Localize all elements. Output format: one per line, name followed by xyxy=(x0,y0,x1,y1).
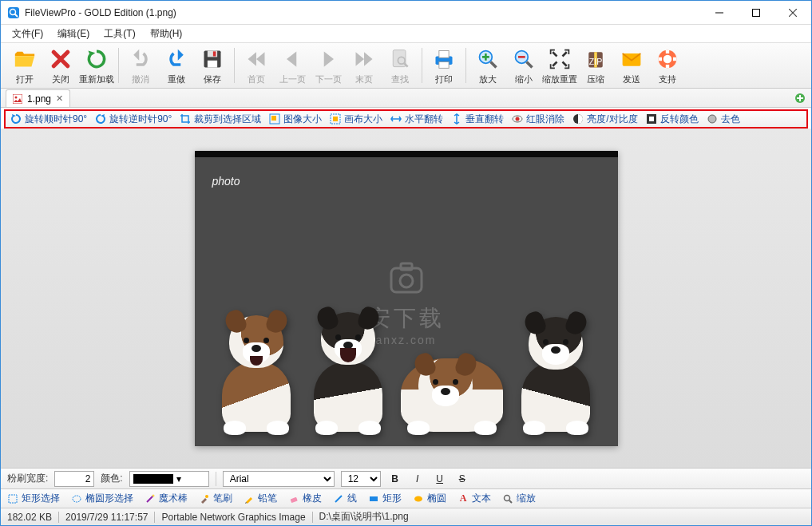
format-bar: 粉刷宽度: 颜色: ▾ Arial 12 B I U S xyxy=(1,468,811,488)
image-size-icon xyxy=(269,113,280,125)
folder-icon xyxy=(12,46,38,72)
crop-icon xyxy=(180,113,191,125)
zoom-out-button[interactable]: 缩小 xyxy=(506,44,541,87)
maximize-button[interactable] xyxy=(738,1,774,25)
brush-width-label: 粉刷宽度: xyxy=(7,472,48,485)
rotate-cw-icon xyxy=(10,113,22,125)
reload-icon xyxy=(84,46,109,72)
canvas-size-icon xyxy=(330,113,341,125)
first-page-button[interactable]: 首页 xyxy=(239,44,274,87)
save-button[interactable]: 保存 xyxy=(195,44,230,87)
italic-button[interactable]: I xyxy=(410,471,426,487)
title-bar: FileViewPro - GOLD Edition (1.png) xyxy=(1,1,811,25)
redeye-button[interactable]: 红眼消除 xyxy=(512,113,564,126)
eraser-icon xyxy=(288,493,299,504)
rotate-cw-button[interactable]: 旋转顺时针90° xyxy=(10,113,87,126)
svg-point-47 xyxy=(205,495,208,498)
image-signature: photo xyxy=(212,175,240,188)
rect-select-tool[interactable]: 矩形选择 xyxy=(7,492,60,505)
svg-rect-33 xyxy=(333,117,338,121)
zoom-in-button[interactable]: 放大 xyxy=(470,44,505,87)
menu-tool[interactable]: 工具(T) xyxy=(97,26,141,42)
redo-button[interactable]: 重做 xyxy=(159,44,194,87)
last-page-button[interactable]: 末页 xyxy=(347,44,382,87)
ellipse-select-icon xyxy=(71,493,82,504)
prev-page-button[interactable]: 上一页 xyxy=(275,44,310,87)
reload-button[interactable]: 重新加载 xyxy=(79,44,114,87)
color-swatch xyxy=(133,474,173,484)
font-size-select[interactable]: 12 xyxy=(341,471,381,487)
invert-button[interactable]: 反转颜色 xyxy=(646,113,699,126)
color-select[interactable]: ▾ xyxy=(129,471,209,487)
zoom-tool[interactable]: 缩放 xyxy=(502,492,536,505)
rect-icon xyxy=(368,493,379,504)
font-select[interactable]: Arial xyxy=(223,471,335,487)
envelope-icon xyxy=(619,46,644,72)
svg-text:ZIP: ZIP xyxy=(589,57,602,66)
text-tool[interactable]: A文本 xyxy=(457,492,491,505)
find-button[interactable]: 查找 xyxy=(382,44,418,87)
file-tab[interactable]: 1.png ✕ xyxy=(6,89,70,107)
canvas-size-button[interactable]: 画布大小 xyxy=(330,113,382,126)
brush-width-input[interactable] xyxy=(54,471,94,487)
menu-help[interactable]: 帮助(H) xyxy=(144,26,189,42)
close-button[interactable] xyxy=(774,1,811,25)
zoom-icon xyxy=(502,493,513,504)
svg-point-46 xyxy=(152,494,155,496)
close-file-button[interactable]: 关闭 xyxy=(43,44,78,87)
zip-button[interactable]: ZIP压缩 xyxy=(578,44,613,87)
text-icon: A xyxy=(457,493,469,504)
image-edit-toolbar: 旋转顺时针90° 旋转逆时针90° 裁剪到选择区域 图像大小 画布大小 水平翻转… xyxy=(4,109,808,129)
ellipse-tool[interactable]: 椭圆 xyxy=(413,492,446,505)
rect-tool[interactable]: 矩形 xyxy=(368,492,402,505)
brightness-button[interactable]: 亮度/对比度 xyxy=(572,113,637,126)
image-size-button[interactable]: 图像大小 xyxy=(269,113,322,126)
open-button[interactable]: 打开 xyxy=(7,44,42,87)
flip-vertical-button[interactable]: 垂直翻转 xyxy=(451,113,504,126)
svg-point-44 xyxy=(73,496,81,502)
status-filesize: 182.02 KB xyxy=(7,512,52,523)
undo-button[interactable]: 撤消 xyxy=(123,44,158,87)
magic-wand-tool[interactable]: 魔术棒 xyxy=(145,492,188,505)
eraser-tool[interactable]: 橡皮 xyxy=(288,492,322,505)
svg-rect-31 xyxy=(271,116,276,121)
minimize-button[interactable] xyxy=(701,1,738,25)
crop-button[interactable]: 裁剪到选择区域 xyxy=(180,113,261,126)
zip-icon: ZIP xyxy=(583,46,608,72)
svg-line-18 xyxy=(491,61,497,67)
ellipse-select-tool[interactable]: 椭圆形选择 xyxy=(71,492,133,505)
strikethrough-button[interactable]: S xyxy=(454,471,470,487)
pencil-tool[interactable]: 铅笔 xyxy=(244,492,277,505)
flip-v-icon xyxy=(451,113,462,125)
menu-edit[interactable]: 编辑(E) xyxy=(51,26,96,42)
svg-line-20 xyxy=(527,61,533,67)
desaturate-button[interactable]: 去色 xyxy=(707,113,740,126)
svg-rect-48 xyxy=(291,496,298,502)
underline-button[interactable]: U xyxy=(432,471,448,487)
brush-tool[interactable]: 笔刷 xyxy=(199,492,232,505)
undo-icon xyxy=(128,46,153,72)
send-button[interactable]: 发送 xyxy=(614,44,649,87)
svg-point-26 xyxy=(663,54,672,63)
print-button[interactable]: 打印 xyxy=(426,44,461,87)
next-page-button[interactable]: 下一页 xyxy=(311,44,346,87)
bold-button[interactable]: B xyxy=(387,471,403,487)
line-tool[interactable]: 线 xyxy=(333,492,357,505)
tab-close-icon[interactable]: ✕ xyxy=(56,93,63,104)
status-filetype: Portable Network Graphics Image xyxy=(161,512,305,523)
pencil-icon xyxy=(244,493,255,504)
image-canvas[interactable]: photo 安下载 anxz.com xyxy=(1,129,811,468)
svg-line-53 xyxy=(509,500,512,503)
flip-horizontal-button[interactable]: 水平翻转 xyxy=(390,113,443,126)
menu-file[interactable]: 文件(F) xyxy=(6,26,50,42)
support-button[interactable]: 支持 xyxy=(650,44,685,87)
brush-icon xyxy=(199,493,210,504)
print-icon xyxy=(431,46,457,72)
zoom-reset-button[interactable]: 缩放重置 xyxy=(542,44,577,87)
last-icon xyxy=(351,46,377,72)
add-tab-button[interactable] xyxy=(794,92,806,105)
color-label: 颜色: xyxy=(101,472,122,485)
zoom-reset-icon xyxy=(547,46,572,72)
rotate-ccw-button[interactable]: 旋转逆时针90° xyxy=(95,113,172,126)
chevron-down-icon: ▾ xyxy=(176,473,181,484)
